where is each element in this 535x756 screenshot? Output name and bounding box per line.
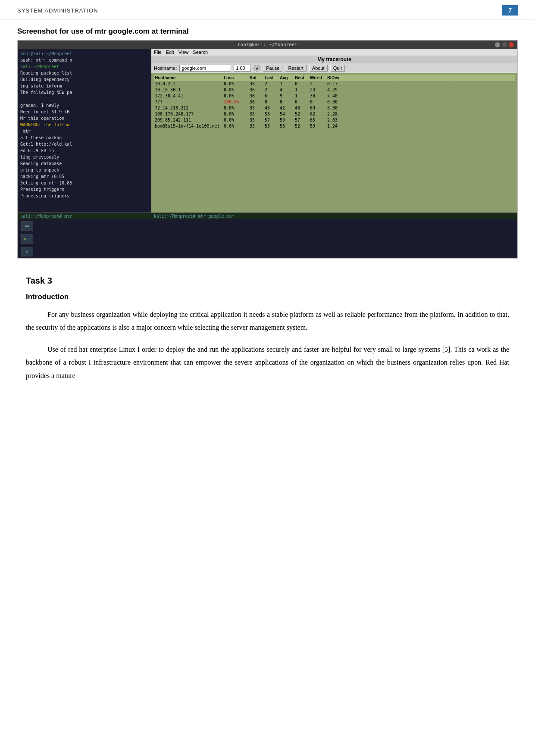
sidebar-line: nacking mtr (0.85- (18, 173, 151, 180)
cell-host: 10.0.2.2 (154, 81, 223, 86)
cell-snt: 35 (249, 124, 264, 128)
sidebar-line: graded, 1 newly (18, 102, 151, 109)
interval-up-button[interactable]: ▲ (253, 65, 260, 72)
terminal-bottom-left: kali:~/Mohpreet# mtr (18, 213, 151, 219)
cell-loss: 0.0% (223, 81, 249, 86)
page-number: 7 (502, 5, 518, 16)
cell-last: 2 (264, 87, 279, 92)
sidebar-line: kali:~/Mohpreet (18, 63, 151, 70)
page-header: SYSTEM ADMINISTRATION 7 (0, 0, 535, 19)
terminal-titlebar: root@kali: ~/Mohpreet (18, 41, 517, 49)
hostname-input[interactable] (179, 65, 231, 72)
icon-row-3: ⠿ (18, 245, 517, 258)
cell-worst: 62 (309, 112, 326, 116)
terminal-icon-grid[interactable]: ⠿ (21, 247, 33, 256)
cell-stdev: 0.17 (326, 81, 344, 86)
terminal-sidebar: root@kali:~/Mohpreet bash: mtr: command … (18, 49, 151, 212)
cell-loss: 0.0% (223, 118, 249, 122)
menu-file[interactable]: File (154, 50, 162, 55)
cell-loss: 0.0% (223, 87, 249, 92)
cell-last: 6 (264, 94, 279, 98)
cell-worst: 69 (309, 106, 326, 110)
interval-input[interactable] (234, 65, 251, 72)
cell-avg: 4 (279, 87, 294, 92)
col-stdev: StDev (326, 75, 344, 80)
main-content: Task 3 Introduction For any business org… (0, 267, 535, 400)
col-snt: Snt (249, 75, 264, 80)
table-row: 72.14.218.212 0.0% 35 43 42 40 69 5.00 (154, 105, 515, 111)
cell-worst: 59 (309, 124, 326, 128)
cell-host: bom05s15-in-f14.1e100.net (154, 124, 223, 128)
paragraph-1: For any business organization while depl… (26, 308, 509, 334)
sidebar-line: ting previously (18, 154, 151, 160)
cell-stdev: 4.29 (326, 87, 344, 92)
mtr-table: Hostname Loss Snt Last Avg Best Worst St… (151, 73, 517, 212)
sidebar-line: mtr (18, 128, 151, 134)
cell-host: 72.14.218.212 (154, 106, 223, 110)
cell-last: 53 (264, 112, 279, 116)
cmd-line-1: kali:~/Mohpreet# mtr (20, 214, 149, 219)
table-row: 209.85.242.111 0.0% 35 57 59 57 65 2.03 (154, 117, 515, 123)
terminal-icons: ≡≡ mtr ⠿ (18, 219, 517, 258)
terminal-bottom-right: kali:~/Mohpreet# mtr google.com (151, 213, 517, 219)
about-button[interactable]: About (309, 65, 328, 72)
terminal-bottom: kali:~/Mohpreet# mtr kali:~/Mohpreet# mt… (18, 212, 517, 219)
cell-snt: 36 (249, 81, 264, 86)
cell-avg: 53 (279, 124, 294, 128)
cell-avg: 59 (279, 118, 294, 122)
cell-avg: 1 (279, 81, 294, 86)
cell-snt: 35 (249, 112, 264, 116)
sidebar-line: ing state inform (18, 83, 151, 89)
cell-stdev: 7.40 (326, 94, 344, 98)
menu-search[interactable]: Search (193, 50, 208, 55)
col-last: Last (264, 75, 279, 80)
sidebar-line: all these packag (18, 134, 151, 141)
cell-snt: 36 (249, 94, 264, 98)
col-best: Best (294, 75, 309, 80)
maximize-button[interactable] (502, 42, 507, 47)
col-avg: Avg (279, 75, 294, 80)
section-heading: Screenshot for use of mtr google.com at … (0, 19, 535, 40)
restart-button[interactable]: Restart (285, 65, 306, 72)
sidebar-line: pring to unpack (18, 167, 151, 173)
titlebar-text: root@kali: ~/Mohpreet (238, 42, 297, 47)
table-row: ??? 100.0% 36 0 0 0 0 0.00 (154, 99, 515, 105)
cell-last: 57 (264, 118, 279, 122)
terminal-icon-mtr[interactable]: mtr (21, 234, 33, 244)
cell-best: 1 (294, 87, 309, 92)
mtr-menubar: File Edit View Search (151, 49, 517, 56)
sidebar-line: Reading database (18, 160, 151, 167)
cell-stdev: 2.03 (326, 118, 344, 122)
sidebar-line: root@kali:~/Mohpreet (18, 50, 151, 57)
cell-best: 1 (294, 94, 309, 98)
cell-loss: 100.0% (223, 100, 249, 104)
sidebar-line: Need to get 61.9 kB (18, 109, 151, 115)
cell-stdev: 2.28 (326, 112, 344, 116)
close-button[interactable] (509, 42, 514, 47)
cell-snt: 35 (249, 106, 264, 110)
cell-avg: 42 (279, 106, 294, 110)
titlebar-buttons (495, 42, 514, 47)
pause-button[interactable]: Pause (263, 65, 282, 72)
cell-best: 0 (294, 100, 309, 104)
cell-worst: 65 (309, 118, 326, 122)
cell-loss: 0.0% (223, 124, 249, 128)
cell-avg: 0 (279, 100, 294, 104)
menu-view[interactable]: View (178, 50, 189, 55)
table-row: 172.30.4.41 0.0% 36 6 9 1 30 7.40 (154, 93, 515, 99)
cell-best: 52 (294, 112, 309, 116)
screenshot-container: root@kali: ~/Mohpreet root@kali:~/Mohpre… (17, 40, 518, 259)
menu-edit[interactable]: Edit (166, 50, 174, 55)
quit-button[interactable]: Quit (330, 65, 345, 72)
minimize-button[interactable] (495, 42, 500, 47)
col-loss: Loss (223, 75, 249, 80)
col-worst: Worst (309, 75, 326, 80)
table-row: 108.170.248.177 0.0% 35 53 54 52 62 2.28 (154, 111, 515, 117)
table-row: 10.0.2.2 0.0% 36 2 1 0 2 0.17 (154, 81, 515, 87)
cell-host: 209.85.242.111 (154, 118, 223, 122)
cell-best: 0 (294, 81, 309, 86)
sidebar-line: Building dependency (18, 76, 151, 83)
cell-best: 52 (294, 124, 309, 128)
terminal-icon-1[interactable]: ≡≡ (21, 221, 33, 231)
cell-best: 57 (294, 118, 309, 122)
